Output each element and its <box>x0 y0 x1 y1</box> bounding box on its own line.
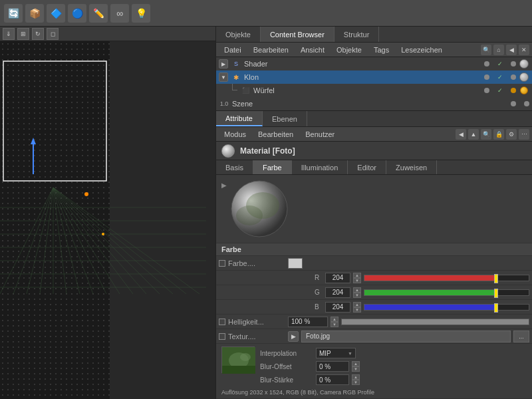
helligkeit-row: Helligkeit... 100 % ▲ ▼ <box>216 315 532 329</box>
blur-offset-value[interactable]: 0 % <box>316 361 349 372</box>
blur-offset-down[interactable]: ▼ <box>352 366 360 372</box>
attr-back-icon[interactable]: ◀ <box>456 129 466 140</box>
r-input[interactable] <box>325 273 350 283</box>
object-row-klon[interactable]: ▼ ✱ Klon ✓ <box>216 70 532 84</box>
r-step-down[interactable]: ▼ <box>353 278 361 283</box>
interpolation-label: Interpolation <box>260 350 313 357</box>
attr-modus[interactable]: Modus <box>219 129 251 140</box>
farbe-checkbox[interactable] <box>219 260 225 267</box>
collapse-arrow[interactable]: ▶ <box>221 179 229 189</box>
hell-step-down[interactable]: ▼ <box>331 322 338 327</box>
menu-ansicht[interactable]: Ansicht <box>295 45 330 55</box>
tool-icon-2[interactable]: 📦 <box>25 4 44 23</box>
attr-search-icon[interactable]: 🔍 <box>481 129 491 140</box>
home-icon[interactable]: ⌂ <box>493 45 504 55</box>
textur-checkbox[interactable] <box>219 333 225 340</box>
b-step-down[interactable]: ▼ <box>353 307 361 313</box>
b-step-up[interactable]: ▲ <box>353 302 361 307</box>
klon-name: Klon <box>244 73 481 81</box>
attr-benutzer[interactable]: Benutzer <box>300 129 340 140</box>
svg-point-35 <box>236 205 263 225</box>
object-row-würfel[interactable]: ⬛ Würfel ✓ <box>216 84 532 97</box>
blur-staerke-value[interactable]: 0 % <box>316 374 349 385</box>
close-icon[interactable]: ✕ <box>519 45 529 55</box>
viewport-btn-2[interactable]: ⊞ <box>17 28 29 40</box>
shader-dot2 <box>511 61 516 66</box>
textur-filename: Foto.jpg <box>301 331 511 342</box>
toggle-klon[interactable]: ▼ <box>219 72 228 82</box>
tool-icon-7[interactable]: 💡 <box>132 4 150 23</box>
g-input[interactable] <box>325 287 350 298</box>
g-stepper[interactable]: ▲ ▼ <box>353 287 361 298</box>
r-slider[interactable] <box>364 275 529 281</box>
menu-bearbeiten[interactable]: Bearbeiten <box>248 45 294 55</box>
tool-icon-1[interactable]: 🔄 <box>4 4 23 23</box>
blur-staerke-down[interactable]: ▼ <box>352 380 360 385</box>
tool-icon-6[interactable]: ∞ <box>110 4 129 23</box>
b-input[interactable] <box>325 302 350 313</box>
viewport[interactable]: ⇓ ⊞ ↻ ◻ <box>0 27 215 399</box>
g-step-down[interactable]: ▼ <box>353 293 361 298</box>
interpolation-row: Interpolation MIP ▼ <box>260 346 527 360</box>
menu-tags[interactable]: Tags <box>368 45 394 55</box>
r-step-up[interactable]: ▲ <box>353 273 361 278</box>
helligkeit-slider[interactable] <box>341 319 529 325</box>
object-row-szene[interactable]: 1.0 Szene <box>216 97 532 110</box>
sub-tab-farbe[interactable]: Farbe <box>253 160 292 174</box>
helligkeit-stepper[interactable]: ▲ ▼ <box>331 317 338 327</box>
attr-more-icon[interactable]: ⋯ <box>519 129 529 140</box>
g-letter: G <box>315 289 323 296</box>
g-step-up[interactable]: ▲ <box>353 287 361 293</box>
viewport-btn-4[interactable]: ◻ <box>47 28 59 40</box>
textur-label: Textur.... <box>219 332 285 340</box>
attr-arrow-icon[interactable]: ▲ <box>468 129 479 140</box>
texture-thumbnail[interactable] <box>221 346 255 373</box>
attr-settings-icon[interactable]: ⚙ <box>506 129 517 140</box>
hell-step-up[interactable]: ▲ <box>331 317 338 322</box>
textur-more-btn[interactable]: ... <box>513 331 529 342</box>
viewport-btn-1[interactable]: ⇓ <box>3 28 15 40</box>
sub-tab-illumination[interactable]: Illumination <box>292 160 348 174</box>
tab-attribute[interactable]: Attribute <box>216 111 263 126</box>
sub-tab-zuweisen[interactable]: Zuweisen <box>386 160 437 174</box>
menu-datei[interactable]: Datei <box>219 45 247 55</box>
nav-icon[interactable]: ◀ <box>506 45 517 55</box>
textur-load-btn[interactable]: ▶ <box>288 331 299 342</box>
viewport-btn-3[interactable]: ↻ <box>32 28 44 40</box>
tab-ebenen[interactable]: Ebenen <box>263 111 307 126</box>
interpolation-arrow: ▼ <box>348 351 352 356</box>
interpolation-dropdown[interactable]: MIP ▼ <box>316 348 356 358</box>
properties-area: ▶ <box>216 175 532 399</box>
blur-offset-row: Blur-Offset 0 % ▲ ▼ <box>260 360 527 373</box>
b-slider[interactable] <box>364 304 529 311</box>
object-row-shader[interactable]: ▶ S Shader ✓ <box>216 57 532 70</box>
attr-lock-icon[interactable]: 🔒 <box>493 129 504 140</box>
menu-lesezeichen[interactable]: Lesezeichen <box>396 45 448 55</box>
sub-tab-basis[interactable]: Basis <box>216 160 253 174</box>
tab-content-browser[interactable]: Content Browser <box>261 27 334 42</box>
tab-struktur[interactable]: Struktur <box>334 27 380 42</box>
menu-objekte[interactable]: Objekte <box>331 45 367 55</box>
tool-icon-3[interactable]: 🔷 <box>47 4 65 23</box>
blur-offset-stepper[interactable]: ▲ ▼ <box>352 361 360 372</box>
tool-icon-4[interactable]: 🔵 <box>68 4 86 23</box>
sub-tab-editor[interactable]: Editor <box>348 160 386 174</box>
blur-staerke-stepper[interactable]: ▲ ▼ <box>352 374 360 385</box>
helligkeit-checkbox[interactable] <box>219 319 225 325</box>
blur-offset-up[interactable]: ▲ <box>352 361 360 366</box>
shader-tag-icon <box>519 59 529 68</box>
würfel-dot2 <box>511 88 516 93</box>
helligkeit-value[interactable]: 100 % <box>288 317 328 327</box>
tab-objekte[interactable]: Objekte <box>216 27 261 42</box>
g-slider[interactable] <box>364 289 529 296</box>
attr-bearbeiten[interactable]: Bearbeiten <box>253 129 299 140</box>
blur-staerke-up[interactable]: ▲ <box>352 374 360 380</box>
tool-icon-5[interactable]: ✏️ <box>89 4 108 23</box>
toggle-shader[interactable]: ▶ <box>219 59 228 68</box>
farbe-label: Farbe.... <box>219 259 285 267</box>
b-stepper[interactable]: ▲ ▼ <box>353 302 361 313</box>
r-stepper[interactable]: ▲ ▼ <box>353 273 361 283</box>
search-icon[interactable]: 🔍 <box>481 45 491 55</box>
section-farbe-header: Farbe <box>216 243 532 256</box>
farbe-swatch[interactable] <box>288 258 303 269</box>
